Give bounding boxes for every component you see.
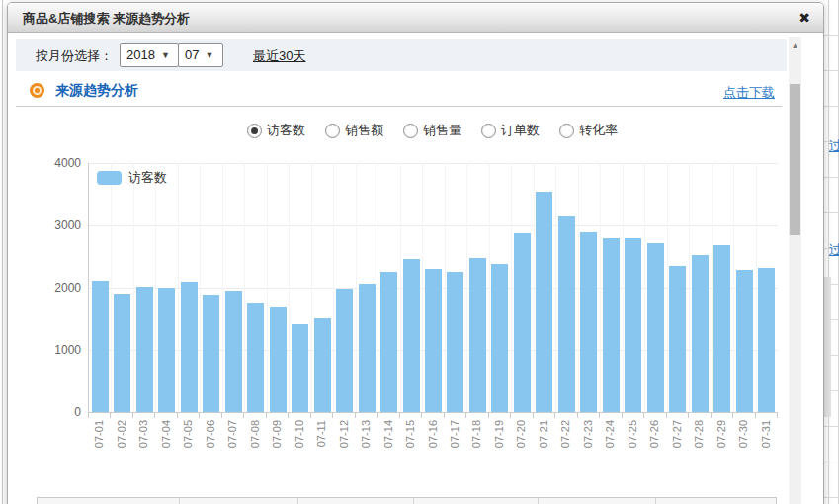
month-select-value: 07 (185, 47, 199, 62)
trend-analysis-dialog: 商品&店铺搜索 来源趋势分析 ✖ 按月份选择： 2018▼ 07▼ 最近30天 … (7, 2, 824, 504)
month-select[interactable]: 07▼ (178, 43, 223, 67)
gridline (689, 163, 690, 412)
radio-unchecked-icon (403, 124, 418, 138)
bar-07-07 (225, 291, 242, 412)
table-header-0[interactable]: 日期 (38, 498, 180, 504)
scroll-up-icon[interactable]: ▲ (789, 40, 801, 53)
gridline (489, 163, 490, 412)
bar-07-28 (692, 255, 709, 412)
x-tick-label: 07-01 (92, 420, 106, 463)
section-title: 来源趋势分析 (55, 82, 138, 100)
x-tick-label: 07-17 (448, 420, 461, 463)
metric-radio-0[interactable]: 访客数 (247, 121, 305, 140)
bar-07-23 (580, 232, 597, 412)
vertical-scrollbar[interactable]: ▲ ▼ (789, 37, 801, 504)
bar-07-01 (92, 281, 109, 412)
chevron-down-icon: ▼ (205, 50, 213, 60)
x-tick-label: 07-10 (293, 420, 306, 463)
bar-07-24 (603, 238, 620, 412)
year-select[interactable]: 2018▼ (120, 43, 179, 67)
close-icon[interactable]: ✖ (795, 8, 814, 28)
x-tick-label: 07-28 (692, 420, 706, 463)
dialog-body: 按月份选择： 2018▼ 07▼ 最近30天 来源趋势分析 点击下载 访客数销售… (8, 33, 821, 504)
dialog-title: 商品&店铺搜索 来源趋势分析 (23, 10, 190, 28)
background-link-fragment[interactable]: 过 (829, 243, 839, 256)
metric-radio-4[interactable]: 转化率 (559, 121, 618, 140)
chart-legend[interactable]: 访客数 (97, 169, 167, 187)
x-tick-label: 07-06 (204, 420, 217, 463)
section-divider (16, 106, 782, 107)
x-tick (310, 413, 311, 418)
x-tick (199, 413, 200, 418)
x-tick-label: 07-16 (426, 420, 440, 463)
bar-07-21 (536, 192, 552, 412)
y-axis-labels: 01000200030004000 (8, 159, 81, 416)
x-tick-label: 07-31 (759, 420, 773, 463)
table-header-1[interactable]: 访客数 (180, 498, 298, 504)
bar-07-26 (647, 243, 664, 412)
bar-07-27 (669, 266, 686, 412)
x-tick-label: 07-03 (136, 420, 150, 463)
gridline (89, 225, 778, 226)
gridline (222, 163, 223, 412)
gridline (422, 163, 423, 412)
gridline (445, 163, 446, 412)
bar-07-02 (114, 294, 130, 412)
radio-unchecked-icon (325, 124, 340, 138)
x-tick (622, 413, 623, 418)
x-tick (377, 413, 378, 418)
gridline (623, 163, 624, 412)
x-tick (221, 413, 222, 418)
gridline (244, 163, 245, 412)
x-tick (755, 413, 756, 418)
bar-07-06 (203, 295, 219, 412)
x-tick (399, 413, 400, 418)
x-tick-label: 07-26 (647, 420, 661, 463)
gridline (267, 163, 268, 412)
x-tick (488, 413, 489, 418)
y-tick-label: 0 (8, 405, 81, 419)
bar-07-19 (491, 264, 508, 412)
gridline (333, 163, 334, 412)
background-page-strip: 过 过 (822, 0, 839, 504)
download-link[interactable]: 点击下载 (723, 84, 775, 102)
metric-radio-label: 转化率 (579, 122, 618, 139)
table-header-5[interactable]: 转化率 (656, 498, 776, 504)
metric-radio-2[interactable]: 销售量 (403, 121, 461, 140)
x-tick (666, 413, 667, 418)
x-tick (643, 413, 644, 418)
x-tick-label: 07-09 (270, 420, 284, 463)
screen: 过 过 商品&店铺搜索 来源趋势分析 ✖ 按月份选择： 2018▼ 07▼ 最近… (0, 0, 839, 504)
scrollbar-thumb[interactable] (790, 84, 800, 235)
table-header-2[interactable]: 销售额 (298, 498, 414, 504)
gridline (311, 163, 312, 412)
bar-07-03 (136, 287, 153, 412)
x-tick-label: 07-11 (314, 420, 328, 463)
x-tick (355, 413, 356, 418)
recent-30-days-link[interactable]: 最近30天 (253, 47, 305, 65)
table-header-3[interactable]: 销售量 (414, 498, 539, 504)
x-tick (465, 413, 466, 418)
x-tick (732, 413, 733, 418)
x-tick (288, 413, 289, 418)
x-tick (711, 413, 712, 418)
gridline (400, 163, 401, 412)
bar-07-05 (181, 282, 198, 412)
table-header-4[interactable]: 订单数 (539, 498, 656, 504)
x-tick (177, 413, 178, 418)
gridline (733, 163, 734, 412)
bar-07-31 (758, 268, 775, 412)
x-tick (577, 413, 578, 418)
metric-radio-1[interactable]: 销售额 (325, 121, 383, 140)
x-tick-label: 07-24 (603, 420, 617, 463)
metric-radio-3[interactable]: 订单数 (481, 121, 540, 140)
metric-radio-label: 销售量 (423, 122, 461, 139)
radio-unchecked-icon (481, 124, 496, 138)
x-tick-label: 07-20 (514, 420, 528, 463)
bar-07-04 (158, 288, 175, 412)
gridline (200, 163, 201, 412)
month-filter-label: 按月份选择： (36, 47, 113, 65)
background-link-fragment[interactable]: 过 (829, 139, 839, 152)
x-tick (110, 413, 111, 418)
section-bullet-icon (35, 88, 40, 93)
